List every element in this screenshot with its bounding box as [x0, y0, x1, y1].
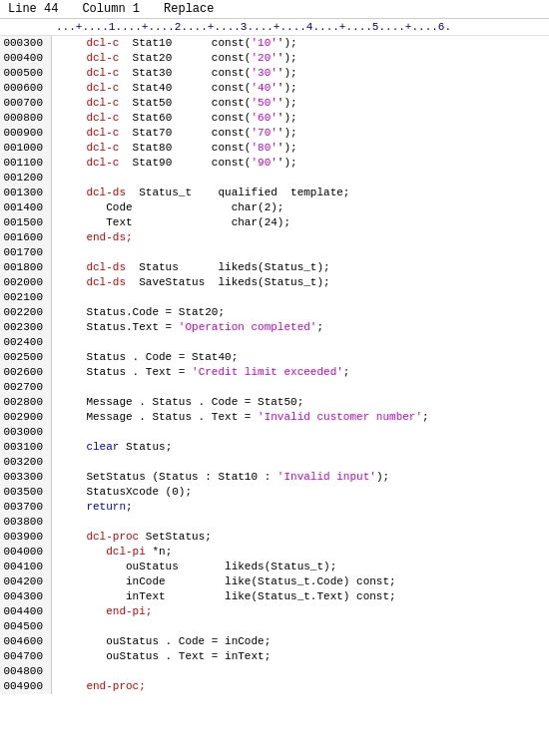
- line-number: 001700: [0, 245, 52, 260]
- line-number: 002900: [0, 410, 52, 425]
- line-number: 002500: [0, 350, 52, 365]
- line-content: Status . Text = 'Credit limit exceeded';: [52, 365, 349, 380]
- line-content: dcl-c Stat60 const('60'');: [52, 111, 297, 126]
- table-row: 000500 dcl-c Stat30 const('30'');: [0, 66, 549, 81]
- table-row: 004300 inText like(Status_t.Text) const;: [0, 589, 549, 604]
- line-content: return;: [52, 500, 133, 515]
- table-row: 001200: [0, 171, 549, 186]
- table-row: 004200 inCode like(Status_t.Code) const;: [0, 574, 549, 589]
- line-number: 000400: [0, 51, 52, 66]
- line-number: 002700: [0, 380, 52, 395]
- line-number: 001100: [0, 156, 52, 171]
- table-row: 003100 clear Status;: [0, 440, 549, 455]
- line-number: 003200: [0, 455, 52, 470]
- table-row: 001500 Text char(24);: [0, 215, 549, 230]
- table-row: 000900 dcl-c Stat70 const('70'');: [0, 126, 549, 141]
- table-row: 000400 dcl-c Stat20 const('20'');: [0, 51, 549, 66]
- table-row: 003900 dcl-proc SetStatus;: [0, 530, 549, 545]
- line-number: 003800: [0, 515, 52, 530]
- line-number: 004600: [0, 634, 52, 649]
- line-number: 000600: [0, 81, 52, 96]
- line-content: dcl-ds Status_t qualified template;: [52, 186, 349, 200]
- table-row: 002100: [0, 290, 549, 305]
- line-content: ouStatus . Code = inCode;: [52, 634, 271, 649]
- line-content: Message . Status . Text = 'Invalid custo…: [52, 410, 429, 425]
- line-content: end-ds;: [52, 230, 133, 245]
- line-number: 002200: [0, 305, 52, 320]
- line-number: 002400: [0, 335, 52, 350]
- line-content: [52, 380, 60, 395]
- column-indicator: Column 1: [82, 2, 140, 16]
- table-row: 003700 return;: [0, 500, 549, 515]
- table-row: 004500: [0, 619, 549, 634]
- line-content: [52, 171, 60, 186]
- line-number: 003900: [0, 530, 52, 545]
- line-content: end-proc;: [52, 679, 146, 694]
- ruler-text: ...+....1....+....2....+....3....+....4.…: [56, 19, 451, 35]
- table-row: 002700: [0, 380, 549, 395]
- line-number: 002800: [0, 395, 52, 410]
- line-content: dcl-c Stat70 const('70'');: [52, 126, 297, 141]
- table-row: 004700 ouStatus . Text = inText;: [0, 649, 549, 664]
- mode-indicator: Replace: [164, 2, 214, 16]
- line-number: 004800: [0, 664, 52, 679]
- table-row: 004000 dcl-pi *n;: [0, 545, 549, 560]
- line-content: [52, 335, 60, 350]
- editor-area[interactable]: 000300 dcl-c Stat10 const('10'');000400 …: [0, 36, 549, 694]
- line-content: dcl-proc SetStatus;: [52, 530, 212, 545]
- table-row: 000700 dcl-c Stat50 const('50'');: [0, 96, 549, 111]
- line-number: 002300: [0, 320, 52, 335]
- line-content: dcl-c Stat80 const('80'');: [52, 141, 297, 156]
- line-number: 000500: [0, 66, 52, 81]
- line-number: 001500: [0, 215, 52, 230]
- line-number: 002100: [0, 290, 52, 305]
- table-row: 001300 dcl-ds Status_t qualified templat…: [0, 186, 549, 200]
- line-content: Status.Code = Stat20;: [52, 305, 225, 320]
- line-content: dcl-ds Status likeds(Status_t);: [52, 260, 330, 275]
- line-number: 003000: [0, 425, 52, 440]
- line-content: inCode like(Status_t.Code) const;: [52, 574, 396, 589]
- line-content: dcl-c Stat40 const('40'');: [52, 81, 297, 96]
- line-content: dcl-c Stat30 const('30'');: [52, 66, 297, 81]
- table-row: 003500 StatusXcode (0);: [0, 485, 549, 500]
- status-bar: Line 44 Column 1 Replace: [0, 0, 549, 19]
- table-row: 001400 Code char(2);: [0, 200, 549, 215]
- editor-window: Line 44 Column 1 Replace ...+....1....+.…: [0, 0, 549, 694]
- table-row: 002900 Message . Status . Text = 'Invali…: [0, 410, 549, 425]
- table-row: 001100 dcl-c Stat90 const('90'');: [0, 156, 549, 171]
- line-content: Message . Status . Code = Stat50;: [52, 395, 303, 410]
- line-number: 003100: [0, 440, 52, 455]
- table-row: 001700: [0, 245, 549, 260]
- line-content: dcl-c Stat50 const('50'');: [52, 96, 297, 111]
- line-content: inText like(Status_t.Text) const;: [52, 589, 396, 604]
- table-row: 004600 ouStatus . Code = inCode;: [0, 634, 549, 649]
- table-row: 003000: [0, 425, 549, 440]
- table-row: 004100 ouStatus likeds(Status_t);: [0, 560, 549, 574]
- line-number: 004700: [0, 649, 52, 664]
- line-number: 004000: [0, 545, 52, 560]
- line-content: Text char(24);: [52, 215, 290, 230]
- line-content: Code char(2);: [52, 200, 283, 215]
- line-number: 004200: [0, 574, 52, 589]
- table-row: 000800 dcl-c Stat60 const('60'');: [0, 111, 549, 126]
- table-row: 003300 SetStatus (Status : Stat10 : 'Inv…: [0, 470, 549, 485]
- line-content: SetStatus (Status : Stat10 : 'Invalid in…: [52, 470, 389, 485]
- line-number: 000300: [0, 36, 52, 51]
- line-number: 002600: [0, 365, 52, 380]
- line-content: [52, 664, 60, 679]
- line-number: 003300: [0, 470, 52, 485]
- table-row: 004800: [0, 664, 549, 679]
- table-row: 002600 Status . Text = 'Credit limit exc…: [0, 365, 549, 380]
- line-indicator: Line 44: [8, 2, 58, 16]
- line-content: [52, 290, 60, 305]
- table-row: 002000 dcl-ds SaveStatus likeds(Status_t…: [0, 275, 549, 290]
- table-row: 002400: [0, 335, 549, 350]
- table-row: 004900 end-proc;: [0, 679, 549, 694]
- line-content: [52, 455, 60, 470]
- table-row: 003800: [0, 515, 549, 530]
- table-row: 001800 dcl-ds Status likeds(Status_t);: [0, 260, 549, 275]
- table-row: 002300 Status.Text = 'Operation complete…: [0, 320, 549, 335]
- line-content: [52, 425, 60, 440]
- line-number: 001800: [0, 260, 52, 275]
- line-content: end-pi;: [52, 604, 152, 619]
